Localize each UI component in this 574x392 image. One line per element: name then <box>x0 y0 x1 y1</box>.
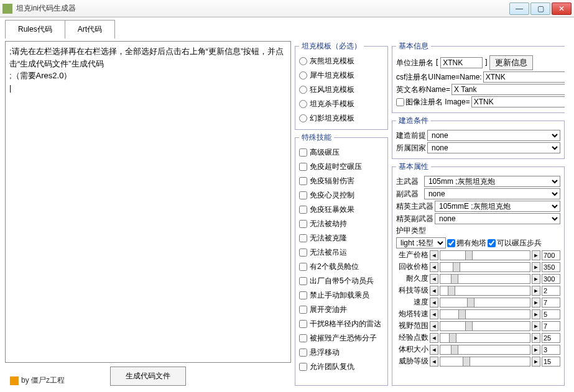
slider-value-8[interactable] <box>542 345 560 355</box>
template-radio-2[interactable] <box>299 86 307 94</box>
skill-checkbox-15[interactable] <box>299 363 307 371</box>
skill-checkbox-6[interactable] <box>299 234 307 242</box>
owner-select[interactable]: none <box>427 142 560 153</box>
template-radio-4[interactable] <box>299 114 307 122</box>
update-button[interactable]: 更新信息 <box>489 55 533 70</box>
slider-track-2[interactable] <box>440 274 530 284</box>
slider-label: 威胁等级 <box>396 356 428 367</box>
slider-left-arrow[interactable]: ◄ <box>430 298 438 308</box>
skill-label: 有2个载员舱位 <box>310 262 359 272</box>
tab-bar: Rules代码 Art代码 <box>0 17 574 39</box>
skill-checkbox-1[interactable] <box>299 163 307 171</box>
image-reg-checkbox[interactable] <box>396 98 404 106</box>
skill-label: 干扰8格半径内的雷达 <box>310 319 381 329</box>
slider-right-arrow[interactable]: ► <box>532 286 540 296</box>
minimize-button[interactable]: — <box>509 2 529 15</box>
slider-value-7[interactable] <box>542 333 560 343</box>
armor-select[interactable]: light ;轻型 <box>396 237 446 248</box>
slider-value-0[interactable] <box>542 250 560 260</box>
slider-value-2[interactable] <box>542 274 560 284</box>
skill-checkbox-11[interactable] <box>299 306 307 314</box>
slider-track-5[interactable] <box>440 309 530 319</box>
crush-checkbox[interactable] <box>488 239 496 247</box>
skill-label: 免疫狂暴效果 <box>310 204 354 215</box>
template-radio-0[interactable] <box>299 57 307 65</box>
template-group: 坦克模板（必选） 灰熊坦克模板犀牛坦克模板狂风坦克模板坦克杀手模板幻影坦克模板 <box>295 41 388 130</box>
slider-track-7[interactable] <box>440 333 530 343</box>
english-name-input[interactable] <box>451 84 565 95</box>
slider-track-4[interactable] <box>440 298 530 308</box>
csf-name-input[interactable] <box>483 71 565 83</box>
slider-value-4[interactable] <box>542 298 560 308</box>
slider-left-arrow[interactable]: ◄ <box>430 274 438 284</box>
slider-value-3[interactable] <box>542 286 560 296</box>
slider-left-arrow[interactable]: ◄ <box>430 345 438 355</box>
slider-right-arrow[interactable]: ► <box>532 321 540 331</box>
tab-art[interactable]: Art代码 <box>65 20 115 39</box>
skill-checkbox-12[interactable] <box>299 320 307 328</box>
slider-right-arrow[interactable]: ► <box>532 262 540 272</box>
skill-checkbox-5[interactable] <box>299 220 307 228</box>
template-radio-3[interactable] <box>299 100 307 108</box>
maximize-button[interactable]: ▢ <box>530 2 550 15</box>
slider-left-arrow[interactable]: ◄ <box>430 357 438 367</box>
slider-left-arrow[interactable]: ◄ <box>430 286 438 296</box>
elite-primary-select[interactable]: 105mmE ;灰熊坦克炮 <box>435 201 560 212</box>
byline: by 僵尸z工程 <box>10 375 65 386</box>
skill-checkbox-3[interactable] <box>299 191 307 199</box>
slider-label: 速度 <box>396 297 428 308</box>
skill-checkbox-10[interactable] <box>299 291 307 299</box>
generate-button[interactable]: 生成代码文件 <box>110 367 186 386</box>
slider-right-arrow[interactable]: ► <box>532 357 540 367</box>
reg-name-input[interactable] <box>440 57 483 68</box>
slider-label: 体积大小 <box>396 344 428 355</box>
slider-right-arrow[interactable]: ► <box>532 298 540 308</box>
skill-label: 高级碾压 <box>310 147 340 158</box>
slider-value-9[interactable] <box>542 357 560 367</box>
tab-rules[interactable]: Rules代码 <box>5 20 65 39</box>
primary-weapon-select[interactable]: 105mm ;灰熊坦克炮 <box>424 176 560 187</box>
skill-checkbox-8[interactable] <box>299 263 307 271</box>
slider-value-5[interactable] <box>542 309 560 319</box>
secondary-weapon-select[interactable]: none <box>424 188 560 199</box>
slider-track-8[interactable] <box>440 345 530 355</box>
slider-left-arrow[interactable]: ◄ <box>430 262 438 272</box>
close-button[interactable]: ✕ <box>552 2 572 15</box>
skill-checkbox-7[interactable] <box>299 248 307 257</box>
slider-right-arrow[interactable]: ► <box>532 345 540 355</box>
slider-right-arrow[interactable]: ► <box>532 333 540 343</box>
attrs-group: 基本属性 主武器105mm ;灰熊坦克炮 副武器none 精英主武器105mmE… <box>392 162 565 386</box>
code-editor[interactable]: ;请先在左栏选择再在右栏选择，全部选好后点击右上角“更新信息”按钮，并点击“生成… <box>5 41 291 363</box>
slider-left-arrow[interactable]: ◄ <box>430 333 438 343</box>
skill-checkbox-14[interactable] <box>299 349 307 357</box>
slider-track-0[interactable] <box>440 250 530 260</box>
slider-value-6[interactable] <box>542 321 560 331</box>
skill-checkbox-13[interactable] <box>299 334 307 342</box>
slider-track-6[interactable] <box>440 321 530 331</box>
skills-group: 特殊技能 高级碾压免疫超时空碾压免疫辐射伤害免疫心灵控制免疫狂暴效果无法被劫持无… <box>295 132 388 386</box>
turret-checkbox[interactable] <box>447 239 455 247</box>
slider-track-3[interactable] <box>440 286 530 296</box>
skill-checkbox-9[interactable] <box>299 277 307 285</box>
slider-value-1[interactable] <box>542 262 560 272</box>
slider-left-arrow[interactable]: ◄ <box>430 321 438 331</box>
slider-right-arrow[interactable]: ► <box>532 309 540 319</box>
skill-checkbox-4[interactable] <box>299 206 307 214</box>
app-icon <box>2 4 12 14</box>
slider-track-1[interactable] <box>440 262 530 272</box>
skill-checkbox-0[interactable] <box>299 148 307 157</box>
skill-checkbox-2[interactable] <box>299 177 307 185</box>
slider-track-9[interactable] <box>440 357 530 367</box>
prereq-select[interactable]: none <box>427 130 560 141</box>
title-bar: 坦克ini代码生成器 — ▢ ✕ <box>0 0 574 17</box>
skill-label: 出厂自带5个动员兵 <box>310 276 374 286</box>
image-name-input[interactable] <box>471 96 565 107</box>
slider-right-arrow[interactable]: ► <box>532 250 540 260</box>
template-radio-1[interactable] <box>299 71 307 80</box>
elite-secondary-select[interactable]: none <box>435 213 560 224</box>
slider-label: 耐久度 <box>396 273 428 284</box>
skill-label: 免疫心灵控制 <box>310 190 354 201</box>
slider-left-arrow[interactable]: ◄ <box>430 309 438 319</box>
slider-right-arrow[interactable]: ► <box>532 274 540 284</box>
slider-left-arrow[interactable]: ◄ <box>430 250 438 260</box>
